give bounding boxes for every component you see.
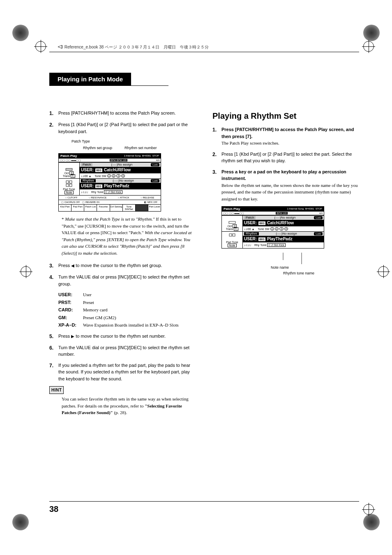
ss-trans-label: Trans — [226, 228, 233, 230]
ss-song: 1:Internal Song — [124, 154, 141, 157]
ss-bpm-label: BPM — [111, 159, 116, 161]
ss-meas: M=0001 — [305, 207, 314, 210]
svg-rect-2 — [66, 181, 69, 183]
ss-meas: M=0001 — [142, 154, 151, 157]
ss-trans-value: C — [234, 227, 238, 231]
screenshot-annotations: Note name Rhythm tone name — [212, 253, 359, 276]
step-text-post: to move the cursor to the rhythm set gro… — [76, 263, 162, 268]
print-header: Reference_e.book 38 ページ ２００３年７月１４日 月曜日 午… — [58, 44, 359, 50]
header-text: Reference_e.book 38 ページ ２００３年７月１４日 月曜日 午… — [65, 45, 209, 49]
ss-patch-name: CatchURFlow — [104, 168, 131, 172]
registration-crosshair — [378, 266, 388, 276]
label-patch-type: Patch Type — [71, 139, 196, 145]
step-text: Turn the VALUE dial or press [INC]/[DEC]… — [58, 274, 196, 287]
ss-tonesw-label: Tone SW — [258, 228, 269, 230]
ss-rhytone-value: C 2:Std Kick — [267, 243, 286, 247]
ss-noassign: (----)No assign — [111, 163, 133, 166]
step-number: 1. — [212, 126, 221, 147]
ss-knob-release: RELEASE — [143, 196, 154, 199]
def-val: User — [83, 291, 92, 298]
step-number: 2. — [212, 151, 221, 164]
ss-bpm-badge: BPM:120 — [276, 212, 288, 214]
svg-rect-3 — [69, 181, 72, 183]
ss-number2: 001 — [258, 237, 265, 241]
ss-rhytone-value: C 2:Std Kick — [104, 190, 122, 194]
left-arrow-icon: ◀ — [71, 263, 74, 268]
ss-stop: STOP — [316, 207, 322, 210]
ss-fx-reverb: REVERB — [85, 201, 96, 203]
ss-bpm: BPM:120 — [117, 159, 127, 161]
annotation-tone-name: Rhythm tone name — [283, 271, 314, 275]
step-number: 2. — [49, 121, 58, 135]
ss-meter: 4/4 — [319, 212, 323, 214]
ss-note-label: Note — [228, 244, 237, 247]
svg-rect-5 — [69, 184, 72, 187]
hint-text: You can select favorite rhythm sets in t… — [62, 396, 196, 416]
registration-dot — [363, 25, 380, 41]
ss-knob-resonance: RESONANCE — [91, 196, 106, 199]
registration-dot — [12, 514, 29, 530]
label-rhythm-number: Rhythm set number — [125, 145, 157, 151]
registration-dot — [363, 514, 380, 530]
registration-crosshair — [35, 41, 45, 51]
ss-patch-name: CatchURFlow — [267, 221, 294, 225]
step-text-pre: Press — [58, 334, 71, 339]
step-number: 5. — [49, 333, 58, 340]
hint-badge: HINT — [49, 386, 64, 394]
footer-rule — [49, 501, 359, 502]
step-text: If you selected a rhythm set for the pad… — [58, 362, 196, 382]
step-text-pre: Press — [58, 263, 71, 268]
section-title: Playing in Patch Mode — [49, 73, 131, 85]
ss-tab-kbd: Kbd Part — [59, 205, 71, 211]
ss-trans-label: Trans — [63, 175, 70, 177]
ss-number: 001 — [95, 168, 102, 172]
ss-noassign2: (----)No assign — [276, 232, 297, 235]
pad-icon — [228, 233, 236, 241]
def-val: Preset — [83, 299, 94, 306]
ss-tab-blank — [136, 205, 148, 211]
step-number: 3. — [49, 262, 58, 269]
ss-stop: STOP — [152, 154, 159, 157]
ss-rhytone-label: Rhy Tone — [254, 244, 266, 246]
ss-trans-value: C — [71, 174, 75, 178]
step-text: Press [1 (Kbd Part)] or [2 (Pad Part)] t… — [58, 121, 196, 135]
ss-group2: USER: — [81, 184, 94, 188]
ss-tab-plist: Patch List — [84, 205, 97, 211]
ss-title: Patch Play — [60, 154, 77, 158]
group-definitions: USER:User PRST:Preset CARD:Memory card G… — [58, 291, 196, 329]
right-heading: Playing a Rhythm Set — [212, 110, 359, 122]
def-val: Preset GM (GM2) — [83, 314, 116, 321]
screenshot-labels: Patch Type Rhythm set group Rhythm set n… — [58, 139, 196, 151]
ss-patch-label: Patch — [244, 216, 256, 219]
ss-tab-pad: Pad Part — [71, 205, 84, 211]
step-text: Press [PATCH/RHYTHM] to access the Patch… — [221, 127, 354, 139]
step-text-post: to move the cursor to the rhythm set num… — [76, 334, 166, 339]
keyboard-icon — [228, 216, 236, 225]
ss-note-label: Note — [65, 191, 74, 194]
ss-tab-lvl: Part Level — [148, 205, 161, 211]
ss-padtone-label: Pad Tone — [226, 241, 238, 244]
ss-noassign: (----)No assign — [274, 216, 296, 219]
ss-rhythm-name: PlayThePadz — [267, 237, 293, 241]
step-number: 3. — [212, 168, 221, 203]
registration-crosshair — [363, 504, 373, 514]
ss-tonesw-label: Tone SW — [95, 175, 106, 177]
ss-title: Patch Play — [224, 207, 240, 211]
patch-play-screenshot: Patch Play 1:Internal Song M=0001 STOP ▢… — [58, 153, 161, 212]
left-column: 1. Press [PATCH/RHYTHM] to access the Pa… — [49, 110, 196, 416]
step-number: 1. — [49, 110, 58, 117]
ss-tab-tsw: Tone SW/Sel — [123, 205, 136, 211]
registration-crosshair — [21, 266, 30, 276]
keyboard-icon — [65, 164, 73, 172]
hint-text-c: (p. 28). — [114, 410, 127, 415]
step-subtext: Below the rhythm set name, the screen sh… — [221, 183, 357, 201]
page-number: 38 — [49, 504, 58, 514]
ss-song: 1:Internal Song — [287, 207, 304, 210]
step-text: Press [1 (Kbd Part)] or [2 (Pad Part)] t… — [221, 151, 359, 164]
registration-crosshair — [363, 41, 373, 51]
label-rhythm-group: Rhythm set group — [83, 145, 112, 151]
footnote: * Make sure that the Patch Type is set t… — [62, 216, 196, 256]
ss-lock-button: Lock — [314, 216, 323, 219]
ss-tab-ctrl: Ctrl Setting — [110, 205, 123, 211]
step-number: 6. — [49, 344, 58, 358]
